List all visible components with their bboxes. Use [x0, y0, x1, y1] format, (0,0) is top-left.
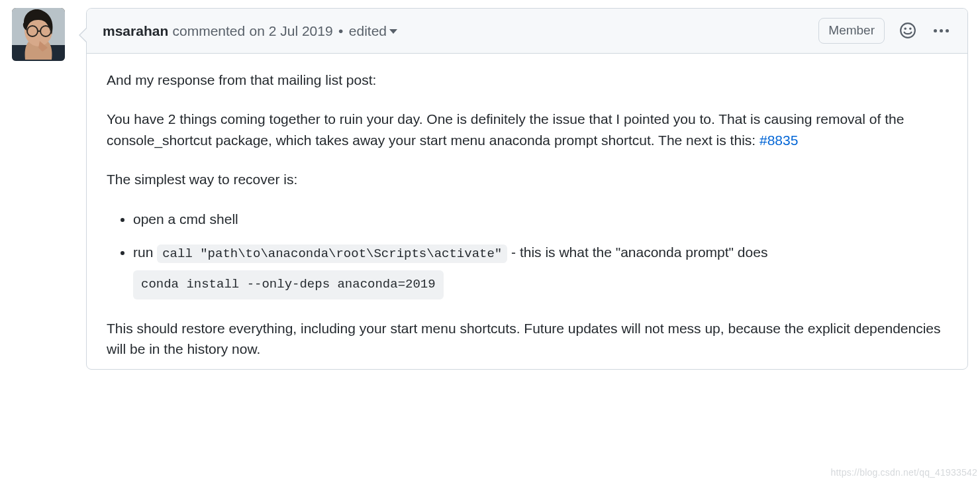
text: run: [133, 244, 157, 260]
smiley-icon: [899, 22, 916, 39]
inline-code: call "path\to\anaconda\root\Scripts\acti…: [157, 244, 507, 263]
more-actions-button[interactable]: [931, 27, 952, 35]
timestamp-link[interactable]: on 2 Jul 2019: [250, 21, 333, 42]
add-reaction-button[interactable]: [897, 19, 919, 42]
issue-link[interactable]: #8835: [760, 133, 798, 148]
paragraph: This should restore everything, includin…: [107, 318, 948, 360]
kebab-icon: [934, 29, 937, 32]
chevron-down-icon: [389, 29, 397, 34]
edited-label: edited: [349, 21, 387, 42]
list-item: open a cmd shell: [133, 209, 948, 231]
paragraph: The simplest way to recover is:: [107, 169, 948, 190]
text: - this is what the "anaconda prompt" doe…: [507, 244, 767, 260]
avatar[interactable]: [12, 8, 65, 61]
comment-body: And my response from that mailing list p…: [87, 54, 967, 369]
separator-dot: •: [337, 21, 345, 42]
list-item: run call "path\to\anaconda\root\Scripts\…: [133, 242, 948, 299]
svg-point-8: [909, 28, 911, 30]
comment-header: msarahan commented on 2 Jul 2019 • edite…: [87, 9, 967, 54]
svg-point-6: [901, 23, 915, 38]
commented-label: commented: [173, 21, 246, 42]
edited-dropdown[interactable]: edited: [349, 21, 397, 42]
steps-list: open a cmd shell run call "path\to\anaco…: [107, 209, 948, 299]
svg-point-7: [904, 28, 906, 30]
paragraph: You have 2 things coming together to rui…: [107, 109, 948, 150]
code-block: conda install --only-deps anaconda=2019: [133, 270, 444, 299]
paragraph: And my response from that mailing list p…: [107, 70, 948, 91]
author-link[interactable]: msarahan: [103, 21, 168, 42]
member-badge: Member: [818, 18, 885, 44]
comment-container: msarahan commented on 2 Jul 2019 • edite…: [86, 8, 968, 370]
comment-timeline-item: msarahan commented on 2 Jul 2019 • edite…: [0, 0, 980, 370]
